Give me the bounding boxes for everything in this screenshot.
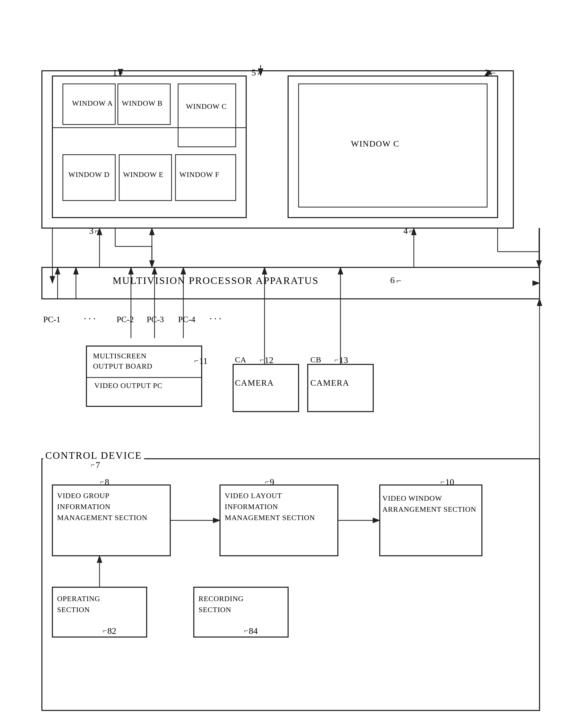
ref-13: 13	[339, 355, 348, 365]
window-a-label: WINDOW A	[72, 99, 113, 107]
ref-10: 10	[445, 477, 454, 487]
pc2-label: PC-2	[116, 315, 134, 324]
control-device-label: CONTROL DEVICE	[43, 449, 144, 461]
camera-ca-prefix: CA	[235, 355, 246, 364]
ref-9: 9	[270, 477, 274, 487]
ref-6: 6	[390, 275, 395, 285]
camera-ca-label: CAMERA	[235, 378, 274, 388]
ref-2: 2	[484, 68, 489, 78]
op-sec-label: OPERATINGSECTION	[57, 593, 100, 615]
window-c-label: WINDOW C	[186, 102, 227, 111]
ref-1: 1	[113, 68, 117, 78]
ref-84: 84	[249, 626, 258, 636]
vl-info-label: VIDEO LAYOUTINFORMATIONMANAGEMENT SECTIO…	[225, 490, 332, 523]
svg-rect-12	[42, 71, 513, 228]
dots1: · · ·	[84, 313, 95, 324]
ref-4: 4	[403, 226, 408, 236]
processor-label: MULTIVISION PROCESSOR APPARATUS	[113, 275, 319, 286]
camera-cb-prefix: CB	[310, 355, 321, 364]
svg-rect-40	[308, 364, 373, 412]
dots2: · · ·	[210, 313, 221, 324]
pc1-label: PC-1	[43, 315, 60, 324]
vw-arr-label: VIDEO WINDOWARRANGEMENT SECTION	[382, 493, 479, 515]
vg-info-label: VIDEO GROUPINFORMATIONMANAGEMENT SECTION	[57, 490, 162, 523]
ref-5: 5	[251, 68, 256, 78]
multiscreen-label: MULTISCREENOUTPUT BOARD	[93, 351, 193, 371]
window-f-label: WINDOW F	[179, 171, 220, 179]
ref-11: 11	[199, 356, 208, 366]
window-e-label: WINDOW E	[123, 171, 163, 179]
svg-rect-6	[178, 84, 236, 147]
window-b-label: WINDOW B	[122, 99, 163, 107]
svg-rect-2	[52, 76, 246, 217]
pc3-label: PC-3	[147, 315, 164, 324]
ref-82: 82	[107, 626, 116, 636]
ref-8: 8	[105, 477, 109, 487]
window-c2-label: WINDOW C	[351, 139, 399, 149]
ref-3: 3	[89, 226, 93, 236]
ref-12: 12	[265, 355, 273, 365]
window-d-label: WINDOW D	[68, 171, 110, 179]
rec-sec-label: RECORDINGSECTION	[198, 593, 244, 615]
pc4-label: PC-4	[178, 315, 195, 324]
svg-rect-39	[233, 364, 299, 412]
ref-7: 7	[95, 460, 100, 470]
video-output-pc-label: VIDEO OUTPUT PC	[94, 382, 162, 390]
camera-cb-label: CAMERA	[310, 378, 350, 388]
